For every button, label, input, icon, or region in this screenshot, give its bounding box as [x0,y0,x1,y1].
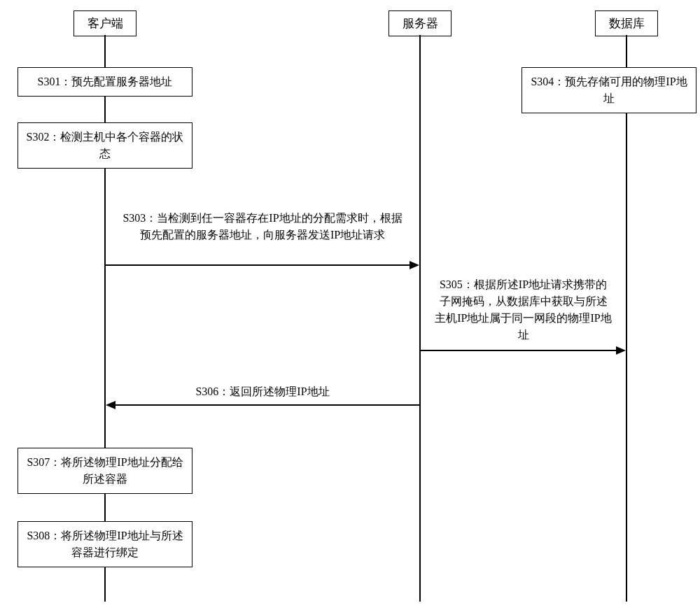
msg-s305-arrowhead [616,346,626,355]
step-s308-text: S308：将所述物理IP地址与所述容器进行绑定 [27,530,183,558]
msg-s306-text: S306：返回所述物理IP地址 [195,385,329,397]
step-s302-text: S302：检测主机中各个容器的状态 [27,131,184,159]
msg-s303-arrow [106,264,410,266]
step-s304-text: S304：预先存储可用的物理IP地址 [531,76,687,104]
msg-s306-label: S306：返回所述物理IP地址 [178,383,346,400]
step-s301: S301：预先配置服务器地址 [18,67,192,97]
msg-s303-arrowhead [410,261,419,269]
step-s308: S308：将所述物理IP地址与所述容器进行绑定 [18,521,192,567]
msg-s305-arrow [421,350,617,351]
lifeline-client [104,35,106,602]
msg-s305-text: S305：根据所述IP地址请求携带的子网掩码，从数据库中获取与所述主机IP地址属… [435,278,611,341]
step-s301-text: S301：预先配置服务器地址 [38,76,173,87]
step-s307-text: S307：将所述物理IP地址分配给所述容器 [27,456,183,485]
msg-s305-label: S305：根据所述IP地址请求携带的子网掩码，从数据库中获取与所述主机IP地址属… [434,276,612,343]
participant-server: 服务器 [388,10,451,36]
msg-s303-text: S303：当检测到任一容器存在IP地址的分配需求时，根据预先配置的服务器地址，向… [122,212,402,241]
msg-s306-arrow [115,404,419,406]
step-s302: S302：检测主机中各个容器的状态 [18,122,192,169]
step-s307: S307：将所述物理IP地址分配给所述容器 [18,448,192,494]
lifeline-database [626,35,627,602]
lifeline-server [419,35,421,602]
participant-client: 客户端 [74,10,136,36]
msg-s306-arrowhead [106,401,115,409]
participant-client-label: 客户端 [88,17,123,30]
msg-s303-label: S303：当检测到任一容器存在IP地址的分配需求时，根据预先配置的服务器地址，向… [119,210,406,243]
participant-database-label: 数据库 [609,17,645,30]
participant-server-label: 服务器 [402,17,438,30]
step-s304: S304：预先存储可用的物理IP地址 [522,67,696,113]
participant-database: 数据库 [595,10,658,36]
